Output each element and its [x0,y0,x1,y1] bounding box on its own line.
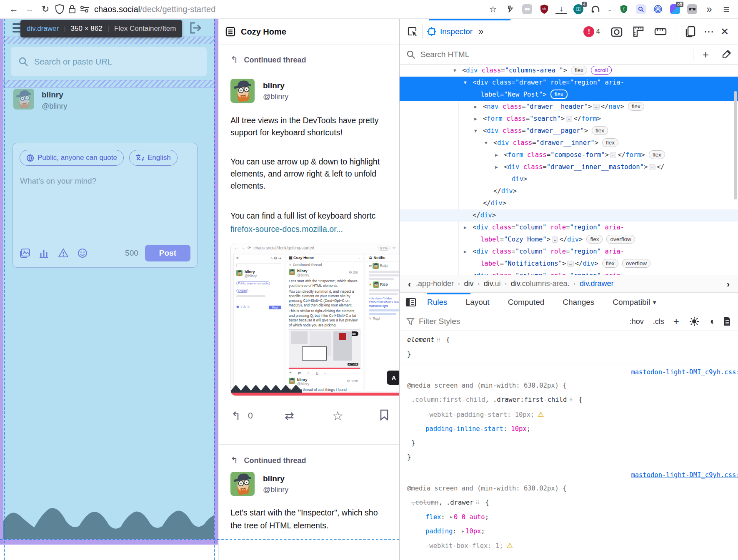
breadcrumb-item[interactable]: div.ui [483,279,502,288]
error-badge-icon[interactable]: ! [583,26,594,37]
expand-arrow-icon[interactable]: ▼ [474,125,477,137]
tab-rules[interactable]: Rules [418,298,457,307]
badge-overflow[interactable]: overflow [622,259,650,268]
screenshot-icon[interactable] [611,26,623,37]
expand-arrow-icon[interactable]: ▶ [495,161,498,173]
post-media-image[interactable]: ←→⟳ chaos.social/deck/getting-started 93… [230,243,399,396]
bookmark-icon[interactable] [380,409,389,423]
avatar[interactable] [230,79,255,103]
css-declaration[interactable]: } [400,347,738,361]
breadcrumb-item[interactable]: .app-holder [415,279,455,288]
download-icon[interactable]: ↓ [555,4,567,14]
responsive-mode-icon[interactable] [685,26,695,37]
chevron-down-icon[interactable]: ⌄ [607,3,613,15]
close-devtools-icon[interactable]: ✕ [720,26,729,37]
css-declaration[interactable]: flex: ▶0 0 auto; [400,510,738,524]
pick-element-icon[interactable] [406,26,418,37]
breadcrumb-scroll-right-icon[interactable]: › [723,279,734,289]
tab-layout[interactable]: Layout [457,298,499,307]
expand-arrow-icon[interactable]: ▶ [464,246,467,258]
rulers-icon[interactable] [633,26,644,37]
search-extension-icon[interactable] [635,3,647,15]
attach-image-icon[interactable] [20,248,30,259]
compose-textarea[interactable]: What's on your mind? [20,177,96,186]
stylesheet-link[interactable]: mastodon-light-DMI_c9yh.css:1 [631,471,738,479]
bookmark-star-icon[interactable]: ☆ [487,3,499,15]
markup-row[interactable]: ▶<div class="drawer__inner__mastodon">…<… [400,161,738,185]
css-declaration[interactable]: @media screen and (min-width: 630.02px) … [400,378,738,393]
back-icon[interactable]: ← [6,4,22,15]
tabs-dropdown-icon[interactable]: ▼ [652,299,657,306]
permissions-icon[interactable] [78,3,91,15]
css-declaration[interactable]: .column:first-child, .drawer:first-child… [400,393,738,407]
tab-inspector[interactable]: Inspector [440,27,473,36]
emoji-icon[interactable] [77,248,88,259]
markup-row[interactable]: ▼<div class="drawer__inner">flex [400,137,738,149]
css-declaration[interactable]: -webkit-box-flex: 1;⚠ [400,538,738,553]
markup-row[interactable]: ▼<div class="drawer" role="region" aria-… [400,77,738,101]
css-declaration[interactable]: } [400,450,738,464]
badge-flex[interactable]: flex [550,90,568,99]
breadcrumb-item[interactable]: div.drawer [579,279,615,288]
markup-row[interactable]: ▼<div class="columns-area ">flexscroll [400,65,738,77]
add-node-icon[interactable]: + [703,48,709,61]
search-html-input[interactable]: Search HTML [420,50,684,59]
badge-flex[interactable]: flex [586,235,603,244]
measure-icon[interactable] [654,27,667,36]
lock-icon[interactable] [66,3,78,15]
markup-row[interactable]: ▶<div class="column" role="region" aria-… [400,246,738,270]
column-header[interactable]: Cozy Home [219,19,399,45]
glasses-extension-icon[interactable] [686,3,698,15]
eyedropper-icon[interactable] [721,50,731,60]
overflow-chevrons-icon[interactable]: » [703,3,715,15]
continued-thread-link[interactable]: ↰ Continued thread [230,455,306,466]
logout-icon[interactable] [188,21,203,36]
filter-styles-input[interactable]: Filter Styles [419,317,623,326]
markup-row[interactable]: ▶<div class="column" role="region" aria-… [400,222,738,246]
reload-icon[interactable]: ↻ [38,4,53,15]
language-button[interactable]: A English [129,150,178,166]
class-toggle[interactable]: .cls [650,317,667,326]
badge-flex[interactable]: flex [649,150,665,159]
money-shield-icon[interactable]: £ [618,3,630,15]
continued-thread-link[interactable]: ↰ Continued thread [230,55,306,65]
expand-arrow-icon[interactable]: ▶ [495,149,498,161]
menu-hamburger-icon[interactable]: ≡ [720,3,732,15]
tab-computed[interactable]: Computed [499,298,554,307]
ublock-icon[interactable]: ub [538,3,550,15]
markup-row[interactable]: ▶<div class="column" role="region" aria- [400,270,738,275]
post-button[interactable]: Post [145,245,190,261]
listen-icon[interactable] [590,3,601,15]
add-rule-icon[interactable]: + [671,316,682,327]
markup-row[interactable]: ▶<form class="search">…</form> [400,113,738,125]
tab-compatibility[interactable]: Compatibil [603,298,652,307]
stylesheet-link[interactable]: mastodon-light-DMI_c9yh.css:1 [631,368,738,376]
badge-flex[interactable]: flex [628,102,644,111]
boost-icon[interactable]: ⇄ [285,409,294,423]
sidebar-toggle-icon[interactable] [405,297,416,307]
dark-mode-icon[interactable]: ◐ [710,316,715,327]
markup-row[interactable]: ▶<nav class="drawer__header">…</nav>flex [400,101,738,113]
expand-arrow-icon[interactable]: ▶ [474,113,477,125]
expand-arrow-icon[interactable]: ▶ [464,270,467,275]
spiral-extension-icon[interactable] [652,3,664,15]
expand-arrow-icon[interactable]: ▼ [453,65,456,77]
colorful-extension-icon[interactable]: off [669,3,681,15]
avatar[interactable] [230,472,255,496]
post-link[interactable]: firefox-source-docs.mozilla.or... [230,224,343,234]
avatar[interactable] [13,89,34,110]
breadcrumb-scroll-left-icon[interactable]: ‹ [404,279,415,289]
badge-flex[interactable]: flex [602,138,618,147]
markup-row[interactable]: </div> [400,209,738,222]
more-tabs-icon[interactable]: » [478,26,483,37]
css-declaration[interactable]: element⠿ { [400,333,738,347]
breadcrumb-item[interactable]: div [463,279,474,288]
post-author[interactable]: blinry @blinry [230,79,288,103]
css-declaration[interactable]: .column, .drawer⠿ { [400,495,738,510]
markup-row[interactable]: </div> [400,185,738,197]
light-mode-icon[interactable] [689,316,699,326]
forward-icon[interactable]: → [22,4,38,15]
css-declaration[interactable]: padding-inline-start: 10px; [400,422,738,436]
markup-row[interactable]: ▼<div class="drawer__pager">flex [400,125,738,137]
expand-arrow-icon[interactable]: ▼ [485,137,488,149]
